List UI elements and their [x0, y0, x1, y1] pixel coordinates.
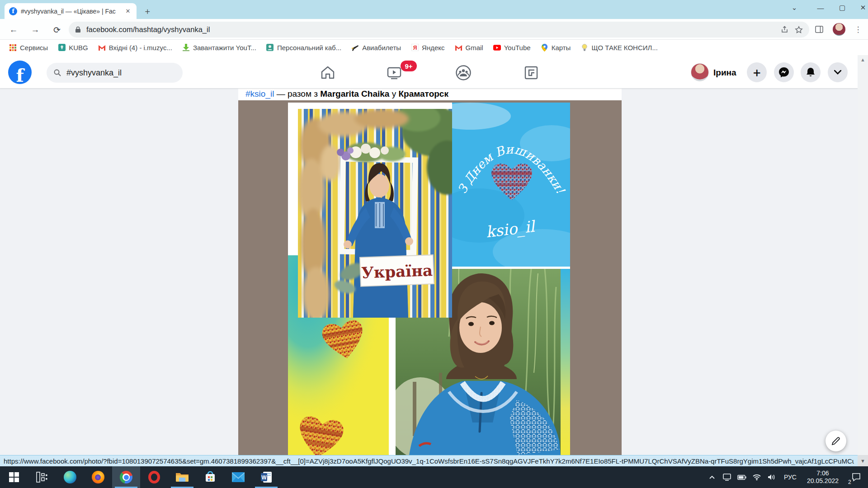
word-icon: W: [260, 471, 272, 483]
action-center-icon: [852, 473, 861, 481]
post-title: #ksio_il — разом з Margarita Chaika у Кр…: [245, 89, 614, 100]
tray-clock[interactable]: 7:06 20.05.2022: [803, 469, 842, 485]
search-icon: [54, 69, 61, 76]
youtube-icon: [493, 44, 501, 52]
side-panel-icon[interactable]: [812, 23, 826, 36]
status-url-text: https://www.facebook.com/photo/?fbid=108…: [4, 457, 854, 465]
profile-name[interactable]: Ірина: [713, 68, 736, 78]
gmail-icon: [455, 44, 462, 52]
tray-monitor-icon[interactable]: [722, 472, 732, 483]
address-bar[interactable]: facebook.com/hashtag/vyshyvanka_il: [69, 22, 809, 38]
messenger-button[interactable]: [774, 62, 794, 82]
tab-close-icon[interactable]: ✕: [124, 7, 132, 15]
bookmark-aviabilety[interactable]: Авиабилеты: [348, 42, 405, 53]
cabinet-emblem-icon: [266, 44, 274, 52]
map-pin-icon: [541, 44, 548, 52]
bookmarks-bar: Сервисы KUBG Вхідні (4) - i.muzyc... Зав…: [0, 40, 868, 55]
location-link[interactable]: Краматорск: [398, 89, 448, 99]
compose-fab-button[interactable]: [826, 431, 846, 451]
kubg-emblem-icon: [58, 44, 66, 52]
tray-language-indicator[interactable]: РУС: [781, 474, 799, 481]
notifications-button[interactable]: [801, 62, 821, 82]
chrome-icon: [120, 471, 132, 483]
nav-gaming-tab[interactable]: [515, 62, 547, 83]
create-plus-button[interactable]: ＋: [747, 62, 767, 82]
mail-icon: [232, 472, 245, 482]
taskbar-mail-button[interactable]: [224, 466, 252, 488]
opera-icon: [148, 471, 160, 483]
window-menu-chevron-icon[interactable]: ⌄: [784, 0, 805, 15]
photo-viewer-backdrop: Україна: [238, 100, 622, 455]
share-icon[interactable]: [781, 26, 788, 33]
bookmark-kubg[interactable]: KUBG: [54, 42, 92, 53]
bell-icon: [805, 67, 816, 78]
bookmark-yandex[interactable]: Я Яндекс: [407, 42, 448, 53]
taskbar-chrome-button[interactable]: [112, 466, 140, 488]
bookmark-konsyl[interactable]: ЩО ТАКЕ КОНСИЛ...: [577, 42, 661, 53]
watch-notification-badge: 9+: [401, 61, 417, 71]
windows-logo-icon: [9, 472, 19, 483]
bookmark-gmail[interactable]: Gmail: [451, 42, 487, 53]
edge-icon: [64, 471, 76, 483]
scrollbar-down-arrow[interactable]: ▼: [858, 455, 868, 466]
bookmark-download-youtube[interactable]: Завантажити YouT...: [179, 42, 260, 53]
bookmark-youtube[interactable]: YouTube: [490, 42, 534, 53]
tray-time: 7:06: [816, 469, 829, 477]
taskbar-firefox-button[interactable]: [84, 466, 112, 488]
reload-button[interactable]: ⟳: [51, 23, 63, 36]
hashtag-link[interactable]: #ksio_il: [245, 89, 274, 99]
profile-avatar[interactable]: [691, 63, 709, 81]
action-center-button[interactable]: 2: [846, 466, 866, 488]
svg-text:W: W: [261, 474, 267, 481]
tab-title: #vyshyvanka_il — «Цікаве» | Fac: [21, 8, 120, 15]
tray-battery-icon[interactable]: [736, 472, 747, 483]
taskbar-store-button[interactable]: [196, 466, 224, 488]
task-view-icon: [36, 472, 48, 483]
bookmark-servisy[interactable]: Сервисы: [5, 42, 52, 53]
facebook-search[interactable]: [47, 63, 183, 83]
new-tab-button[interactable]: ＋: [142, 6, 153, 17]
task-view-button[interactable]: [28, 466, 56, 488]
window-maximize-button[interactable]: ▢: [832, 0, 853, 15]
download-arrow-icon: [182, 44, 190, 52]
facebook-logo[interactable]: f: [8, 61, 32, 84]
taskbar-opera-button[interactable]: [140, 466, 168, 488]
nav-groups-tab[interactable]: [447, 62, 480, 83]
gmail-icon: [98, 44, 106, 52]
window-close-button[interactable]: ✕: [853, 0, 868, 15]
taskbar-edge-button[interactable]: [56, 466, 84, 488]
bookmark-inbox[interactable]: Вхідні (4) - i.muzyc...: [94, 42, 176, 53]
bookmark-maps[interactable]: Карты: [537, 42, 575, 53]
svg-text:Я: Я: [413, 45, 417, 51]
taskbar-explorer-button[interactable]: [168, 466, 196, 488]
forward-button[interactable]: →: [29, 23, 42, 36]
messenger-icon: [778, 67, 789, 78]
account-menu-button[interactable]: [828, 62, 848, 82]
lightbulb-icon: [580, 44, 588, 52]
browser-menu-kebab-icon[interactable]: ⋮: [851, 23, 865, 36]
scrollbar-track[interactable]: [858, 55, 868, 455]
browser-tab-strip: f #vyshyvanka_il — «Цікаве» | Fac ✕ ＋ ⌄ …: [0, 0, 868, 19]
search-input[interactable]: [66, 68, 175, 78]
window-minimize-button[interactable]: —: [810, 0, 831, 15]
back-button[interactable]: ←: [7, 23, 20, 36]
scrollbar-up-arrow[interactable]: ▲: [858, 55, 868, 64]
browser-tab[interactable]: f #vyshyvanka_il — «Цікаве» | Fac ✕: [5, 3, 137, 19]
lock-icon: [75, 26, 81, 33]
browser-profile-avatar[interactable]: [833, 23, 845, 36]
tray-volume-icon[interactable]: [766, 472, 777, 483]
tray-hidden-icons-chevron[interactable]: [707, 472, 717, 483]
start-button[interactable]: [0, 466, 28, 488]
bookmark-star-icon[interactable]: [795, 26, 803, 34]
tray-wifi-icon[interactable]: [751, 472, 762, 483]
nav-home-tab[interactable]: [311, 62, 344, 83]
ukraina-sign: Україна: [360, 255, 434, 286]
bookmark-personal-cabinet[interactable]: Персональний каб...: [263, 42, 345, 53]
taskbar-word-button[interactable]: W: [252, 466, 280, 488]
airplane-icon: [351, 44, 359, 52]
post-photo-collage[interactable]: Україна: [288, 103, 570, 455]
windows-taskbar: W РУС 7:06 20.05.2022 2: [0, 466, 868, 488]
photo-woman-with-sign: Україна: [298, 109, 452, 318]
tagged-person-link[interactable]: Margarita Chaika: [320, 89, 389, 99]
apps-grid-icon: [9, 44, 17, 52]
